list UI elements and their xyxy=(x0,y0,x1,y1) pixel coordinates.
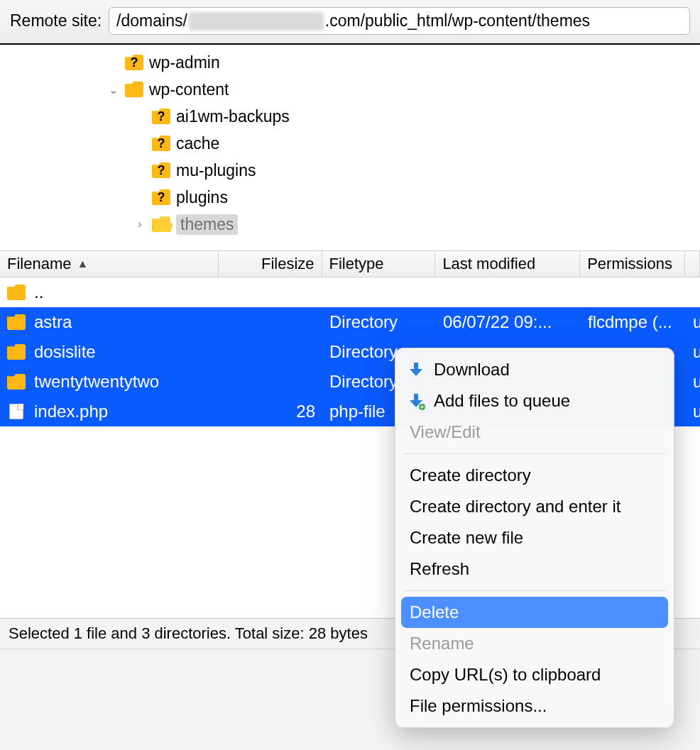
chevron-down-icon[interactable]: ⌄ xyxy=(106,83,119,96)
header-owner[interactable] xyxy=(685,251,700,277)
tree-item-label: plugins xyxy=(176,188,228,207)
filename-label: .. xyxy=(34,282,43,302)
header-last-modified[interactable]: Last modified xyxy=(435,251,580,277)
tree-item-label: wp-content xyxy=(149,80,229,99)
redacted-domain xyxy=(189,12,324,31)
cell-size: 28 xyxy=(219,402,322,421)
tree-item-label: wp-admin xyxy=(149,53,220,72)
remote-site-label: Remote site: xyxy=(10,11,102,31)
tree-item-label: mu-plugins xyxy=(176,161,256,180)
unknown-folder-icon xyxy=(152,109,170,124)
tree-item-plugins[interactable]: plugins xyxy=(0,184,700,211)
menu-create-directory[interactable]: Create directory xyxy=(395,460,674,491)
menu-download[interactable]: Download xyxy=(395,354,674,385)
menu-view-edit: View/Edit xyxy=(395,417,674,448)
menu-create-directory-enter[interactable]: Create directory and enter it xyxy=(395,491,674,522)
tree-item-wp-content[interactable]: ⌄wp-content xyxy=(0,76,700,103)
filename-label: index.php xyxy=(34,402,108,421)
folder-icon xyxy=(152,216,170,232)
folder-icon xyxy=(7,374,26,390)
header-permissions[interactable]: Permissions xyxy=(580,251,685,277)
cell-own: u xyxy=(686,342,700,362)
menu-separator xyxy=(404,453,665,454)
filename-label: twentytwentytwo xyxy=(34,372,159,392)
unknown-folder-icon xyxy=(152,189,170,205)
folder-icon xyxy=(125,82,143,97)
menu-add-to-queue[interactable]: Add files to queue xyxy=(395,385,674,417)
unknown-folder-icon xyxy=(152,136,170,151)
address-bar: Remote site: /domains/.com/public_html/w… xyxy=(0,0,700,45)
filename-label: dosislite xyxy=(34,342,96,362)
cell-perm: flcdmpe (... xyxy=(581,312,686,332)
tree-item-themes[interactable]: ›themes xyxy=(0,211,700,238)
chevron-right-icon[interactable]: › xyxy=(133,218,146,231)
file-list-headers: Filename▲ Filesize Filetype Last modifie… xyxy=(0,250,700,277)
unknown-folder-icon xyxy=(152,162,170,178)
menu-create-new-file[interactable]: Create new file xyxy=(395,522,674,553)
tree-item-mu-plugins[interactable]: mu-plugins xyxy=(0,157,700,184)
add-to-queue-icon xyxy=(408,394,424,408)
menu-file-permissions[interactable]: File permissions... xyxy=(395,690,674,722)
tree-item-wp-admin[interactable]: wp-admin xyxy=(0,49,700,76)
remote-path-input[interactable]: /domains/.com/public_html/wp-content/the… xyxy=(109,7,690,35)
file-icon xyxy=(7,404,26,419)
directory-tree[interactable]: wp-admin⌄wp-contentai1wm-backupscachemu-… xyxy=(0,45,700,250)
context-menu: Download Add files to queue View/Edit Cr… xyxy=(395,348,674,728)
tree-item-label: themes xyxy=(176,214,238,235)
parent-dir-row[interactable]: .. xyxy=(0,277,700,307)
path-prefix: /domains/ xyxy=(116,11,187,31)
cell-own: u xyxy=(686,372,700,392)
filename-label: astra xyxy=(34,312,72,332)
path-suffix: .com/public_html/wp-content/themes xyxy=(325,11,590,31)
tree-item-label: cache xyxy=(176,134,219,153)
unknown-folder-icon xyxy=(125,55,143,70)
menu-delete[interactable]: Delete xyxy=(401,597,668,628)
menu-rename: Rename xyxy=(395,628,674,659)
file-row-astra[interactable]: astraDirectory06/07/22 09:...flcdmpe (..… xyxy=(0,307,700,337)
folder-icon xyxy=(7,314,26,330)
tree-item-cache[interactable]: cache xyxy=(0,130,700,157)
sort-asc-icon: ▲ xyxy=(77,258,88,270)
menu-separator xyxy=(404,590,665,591)
cell-own: u xyxy=(686,312,700,332)
folder-icon xyxy=(7,344,26,360)
header-filename[interactable]: Filename▲ xyxy=(0,251,219,277)
header-filesize[interactable]: Filesize xyxy=(219,251,322,277)
cell-own: u xyxy=(686,402,700,421)
menu-copy-url[interactable]: Copy URL(s) to clipboard xyxy=(395,659,674,690)
tree-item-ai1wm-backups[interactable]: ai1wm-backups xyxy=(0,103,700,130)
menu-refresh[interactable]: Refresh xyxy=(395,553,674,585)
header-filetype[interactable]: Filetype xyxy=(322,251,436,277)
download-icon xyxy=(408,363,424,377)
cell-type: Directory xyxy=(322,312,436,332)
cell-modified: 06/07/22 09:... xyxy=(436,312,581,332)
tree-item-label: ai1wm-backups xyxy=(176,107,290,126)
folder-icon xyxy=(7,285,26,300)
